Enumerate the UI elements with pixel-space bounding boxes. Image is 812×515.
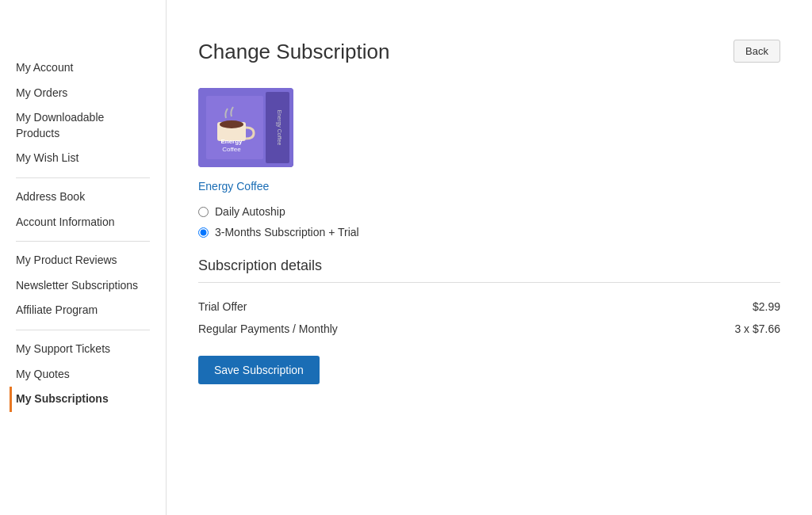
sidebar-item-my-downloadable-products[interactable]: My Downloadable Products — [16, 105, 150, 146]
svg-text:Energy: Energy — [220, 138, 243, 145]
sidebar-item-newsletter-subscriptions[interactable]: Newsletter Subscriptions — [16, 273, 150, 299]
radio-3months-trial[interactable] — [198, 227, 209, 238]
trial-offer-label: Trial Offer — [198, 300, 247, 313]
radio-option-daily-autoship[interactable]: Daily Autoship — [198, 205, 780, 218]
page-header: Change Subscription Back — [198, 40, 780, 64]
sidebar-item-address-book[interactable]: Address Book — [16, 185, 150, 210]
trial-offer-value: $2.99 — [753, 300, 780, 313]
sidebar-divider-1 — [16, 177, 150, 178]
subscription-details: Subscription details Trial Offer $2.99 R… — [198, 258, 780, 340]
sidebar-item-my-orders[interactable]: My Orders — [16, 81, 150, 106]
details-row-regular: Regular Payments / Monthly 3 x $7.66 — [198, 318, 780, 340]
sidebar-divider-2 — [16, 241, 150, 242]
page-wrapper: My Account My Orders My Downloadable Pro… — [0, 0, 812, 515]
product-link[interactable]: Energy Coffee — [198, 180, 780, 193]
radio-group: Daily Autoship 3-Months Subscription + T… — [198, 205, 780, 238]
details-row-trial: Trial Offer $2.99 — [198, 296, 780, 318]
sidebar-item-my-product-reviews[interactable]: My Product Reviews — [16, 248, 150, 273]
sidebar-item-my-subscriptions[interactable]: My Subscriptions — [10, 387, 150, 412]
sidebar-item-my-wish-list[interactable]: My Wish List — [16, 146, 150, 171]
radio-option-3months-trial[interactable]: 3-Months Subscription + Trial — [198, 226, 780, 238]
sidebar-item-my-quotes[interactable]: My Quotes — [16, 362, 150, 387]
regular-payments-value: 3 x $7.66 — [734, 322, 780, 335]
page-title: Change Subscription — [198, 40, 389, 64]
sidebar: My Account My Orders My Downloadable Pro… — [0, 0, 167, 515]
svg-point-5 — [220, 120, 243, 128]
save-subscription-button[interactable]: Save Subscription — [198, 356, 320, 384]
product-image-svg: Energy Coffee Energy Coffee — [198, 88, 293, 167]
sidebar-divider-3 — [16, 330, 150, 330]
sidebar-item-account-information[interactable]: Account Information — [16, 210, 150, 235]
regular-payments-label: Regular Payments / Monthly — [198, 322, 338, 335]
sidebar-item-affiliate-program[interactable]: Affiliate Program — [16, 298, 150, 323]
product-image-container: Energy Coffee Energy Coffee — [198, 88, 780, 167]
subscription-details-title: Subscription details — [198, 258, 780, 274]
sidebar-item-my-support-tickets[interactable]: My Support Tickets — [16, 337, 150, 362]
details-divider — [198, 282, 780, 283]
details-table: Trial Offer $2.99 Regular Payments / Mon… — [198, 296, 780, 340]
svg-text:Coffee: Coffee — [222, 146, 241, 153]
radio-label-3months-trial: 3-Months Subscription + Trial — [215, 226, 359, 238]
sidebar-item-my-account[interactable]: My Account — [16, 55, 150, 81]
radio-label-daily-autoship: Daily Autoship — [215, 205, 285, 218]
radio-daily-autoship[interactable] — [198, 207, 209, 217]
main-content: Change Subscription Back — [167, 0, 812, 515]
svg-text:Energy Coffee: Energy Coffee — [276, 110, 282, 146]
product-image: Energy Coffee Energy Coffee — [198, 88, 293, 167]
back-button[interactable]: Back — [733, 40, 780, 63]
